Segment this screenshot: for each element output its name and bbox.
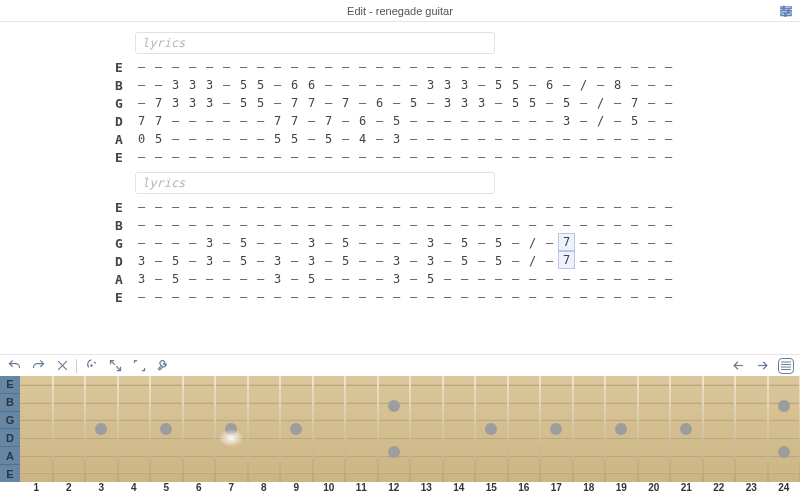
- tab-cell[interactable]: —: [626, 234, 643, 252]
- tab-cell[interactable]: —: [388, 198, 405, 216]
- tab-cell[interactable]: —: [235, 198, 252, 216]
- tab-cell[interactable]: —: [184, 130, 201, 148]
- tab-cell[interactable]: 3: [133, 252, 150, 270]
- tab-cell[interactable]: —: [575, 148, 592, 166]
- tab-cell[interactable]: —: [184, 58, 201, 76]
- tab-cell[interactable]: —: [388, 94, 405, 112]
- tab-cell[interactable]: —: [473, 130, 490, 148]
- tab-cell[interactable]: —: [558, 288, 575, 306]
- tab-cell[interactable]: —: [218, 252, 235, 270]
- tab-cell[interactable]: —: [405, 58, 422, 76]
- tab-cell[interactable]: 5: [286, 130, 303, 148]
- tab-cell[interactable]: —: [473, 252, 490, 270]
- tab-cell[interactable]: 5: [456, 234, 473, 252]
- tab-cell[interactable]: —: [252, 130, 269, 148]
- tab-cell[interactable]: 5: [235, 76, 252, 94]
- tab-cell[interactable]: —: [252, 252, 269, 270]
- tab-cell[interactable]: 7: [303, 94, 320, 112]
- tab-cell[interactable]: —: [201, 148, 218, 166]
- tab-cell[interactable]: 5: [337, 252, 354, 270]
- open-string[interactable]: E: [0, 464, 20, 482]
- tab-cell[interactable]: —: [286, 288, 303, 306]
- tab-cell[interactable]: —: [218, 112, 235, 130]
- tab-cell[interactable]: —: [592, 198, 609, 216]
- tab-cell[interactable]: —: [150, 270, 167, 288]
- tab-cell[interactable]: —: [456, 270, 473, 288]
- tab-cell[interactable]: —: [473, 76, 490, 94]
- tab-cell[interactable]: —: [473, 234, 490, 252]
- tab-cell[interactable]: —: [269, 216, 286, 234]
- tab-cell[interactable]: —: [371, 148, 388, 166]
- tab-cell[interactable]: —: [218, 130, 235, 148]
- tab-cell[interactable]: —: [269, 198, 286, 216]
- tab-cell[interactable]: —: [626, 130, 643, 148]
- tab-cell[interactable]: —: [422, 148, 439, 166]
- tab-cell[interactable]: —: [303, 288, 320, 306]
- tab-cell[interactable]: —: [133, 58, 150, 76]
- tab-cell[interactable]: —: [524, 216, 541, 234]
- tab-cell[interactable]: —: [490, 148, 507, 166]
- tab-cell[interactable]: —: [490, 112, 507, 130]
- tab-cell[interactable]: —: [592, 58, 609, 76]
- tab-cell[interactable]: 7: [286, 112, 303, 130]
- tab-cell[interactable]: —: [439, 148, 456, 166]
- tab-cell[interactable]: —: [371, 288, 388, 306]
- tab-cell[interactable]: —: [473, 58, 490, 76]
- tab-cell[interactable]: 3: [473, 94, 490, 112]
- tab-cell[interactable]: —: [507, 130, 524, 148]
- tab-cell[interactable]: 3: [388, 270, 405, 288]
- tab-cell[interactable]: —: [320, 234, 337, 252]
- tab-cell[interactable]: —: [218, 198, 235, 216]
- tab-cell[interactable]: —: [371, 270, 388, 288]
- tab-cell[interactable]: —: [354, 216, 371, 234]
- tab-cell[interactable]: 5: [490, 234, 507, 252]
- tab-cell[interactable]: —: [575, 94, 592, 112]
- tab-cell[interactable]: —: [473, 288, 490, 306]
- tab-cell[interactable]: —: [235, 130, 252, 148]
- tab-cell[interactable]: —: [150, 288, 167, 306]
- tab-cell[interactable]: —: [507, 270, 524, 288]
- tab-cell[interactable]: —: [558, 216, 575, 234]
- tab-cell[interactable]: —: [133, 148, 150, 166]
- tab-cell[interactable]: —: [337, 270, 354, 288]
- tab-cell[interactable]: —: [660, 94, 677, 112]
- tab-cell[interactable]: 3: [439, 76, 456, 94]
- tab-cell[interactable]: —: [201, 112, 218, 130]
- tab-cell[interactable]: —: [439, 288, 456, 306]
- tab-cell[interactable]: —: [626, 288, 643, 306]
- tab-cell[interactable]: —: [320, 252, 337, 270]
- tab-cell[interactable]: —: [643, 198, 660, 216]
- tab-cell[interactable]: —: [286, 148, 303, 166]
- tab-cell[interactable]: —: [575, 252, 592, 270]
- tab-cell[interactable]: —: [269, 58, 286, 76]
- tab-cell[interactable]: 5: [269, 130, 286, 148]
- tab-cell[interactable]: —: [150, 252, 167, 270]
- tab-cell[interactable]: —: [643, 234, 660, 252]
- tab-cell[interactable]: —: [609, 130, 626, 148]
- tab-cell[interactable]: —: [439, 252, 456, 270]
- settings-icon[interactable]: [778, 3, 794, 19]
- tab-cell[interactable]: —: [388, 234, 405, 252]
- tab-cell[interactable]: —: [150, 58, 167, 76]
- tab-cell[interactable]: —: [303, 130, 320, 148]
- tab-cell[interactable]: —: [235, 58, 252, 76]
- tab-cell[interactable]: 3: [201, 76, 218, 94]
- tab-cell[interactable]: —: [626, 58, 643, 76]
- tab-cell[interactable]: —: [133, 76, 150, 94]
- tab-cell[interactable]: —: [218, 94, 235, 112]
- tab-cell[interactable]: —: [337, 288, 354, 306]
- tab-cell[interactable]: 3: [167, 76, 184, 94]
- tab-cell[interactable]: —: [643, 148, 660, 166]
- tab-cell[interactable]: —: [609, 270, 626, 288]
- tab-cell[interactable]: —: [473, 216, 490, 234]
- tab-cell[interactable]: 3: [558, 112, 575, 130]
- tab-cell[interactable]: —: [541, 270, 558, 288]
- tab-cell[interactable]: 3: [133, 270, 150, 288]
- tab-cell[interactable]: —: [269, 76, 286, 94]
- tab-cell[interactable]: 6: [286, 76, 303, 94]
- tab-cell[interactable]: —: [218, 270, 235, 288]
- tab-cell[interactable]: —: [507, 288, 524, 306]
- tab-cell[interactable]: —: [456, 130, 473, 148]
- tab-cell[interactable]: —: [167, 130, 184, 148]
- tab-cell[interactable]: —: [218, 148, 235, 166]
